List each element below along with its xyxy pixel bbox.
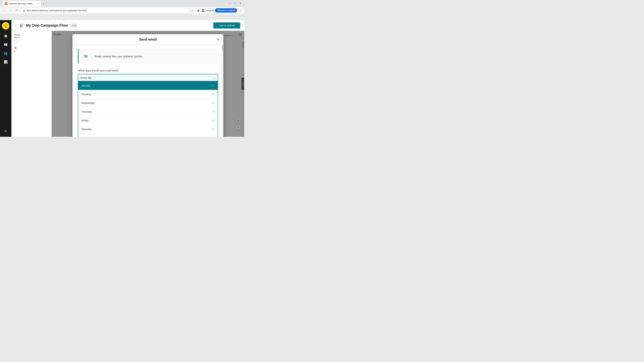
saturday-label: Saturday: [82, 128, 92, 131]
forward-button[interactable]: →: [8, 8, 13, 13]
url-text: us21.admin.mailchimp.com/customer-journe…: [26, 9, 187, 12]
modal-header: Send email ✕: [72, 34, 224, 45]
publish-button[interactable]: Turn on journey: [213, 22, 240, 28]
bookmark-button[interactable]: ☆: [190, 8, 195, 13]
monday-label: Monday: [82, 84, 90, 87]
main-content: ‹ 🐒 My Drip Campaign Flow Draft Turn on …: [12, 20, 244, 137]
tab-close-button[interactable]: ✕: [36, 2, 39, 5]
wednesday-check-icon: ✓: [212, 101, 214, 105]
sidebar-item-home[interactable]: 🏠: [2, 32, 10, 39]
tuesday-check-icon: ✓: [212, 93, 214, 96]
chevron-down-icon: ⌄: [213, 76, 215, 79]
dropdown-item-thursday[interactable]: Thursday ✓: [78, 107, 218, 116]
incognito-indicator: 🕵 Incognito: [202, 9, 214, 12]
modal-body: ✉ Email contacts from your customer jour…: [72, 45, 224, 137]
dropdown-item-saturday[interactable]: Saturday ✓: [78, 125, 218, 134]
new-tab-button[interactable]: +: [41, 2, 46, 6]
refresh-button[interactable]: ↻: [14, 8, 20, 13]
mailchimp-logo[interactable]: 🐒: [2, 22, 10, 29]
draft-badge: Draft: [70, 24, 78, 27]
top-bar: ‹ 🐒 My Drip Campaign Flow Draft Turn on …: [12, 20, 244, 31]
panel-gear-icon[interactable]: ⚙: [14, 46, 49, 50]
dropdown-item-tuesday[interactable]: Tuesday ✓: [78, 90, 218, 99]
dropdown-item-friday[interactable]: Friday ✓: [78, 116, 218, 125]
tab-favicon: M: [5, 2, 8, 5]
modal-title: Send email: [139, 37, 157, 41]
journey-canvas: ✕ Feedback + − contacts b... Custo...: [52, 31, 244, 137]
modal-overlay: Send email ✕ ✉ Email contacts from your …: [52, 31, 244, 137]
browser-menu-button[interactable]: ⋮: [238, 8, 243, 13]
email-icon: ✉: [84, 54, 88, 59]
minimize-button[interactable]: ─: [228, 1, 232, 6]
send-email-modal: Send email ✕ ✉ Email contacts from your …: [72, 34, 224, 137]
back-arrow[interactable]: ‹: [16, 24, 16, 27]
days-dropdown-trigger[interactable]: Every day ⌄: [78, 74, 218, 81]
left-panel: Guidepoints ⚙ E: [12, 31, 52, 137]
friday-check-icon: ✓: [212, 119, 214, 122]
email-banner: ✉ Email contacts from your customer jour…: [78, 49, 218, 64]
sidebar-item-reports[interactable]: 📊: [2, 58, 10, 66]
incognito-label: Incognito: [206, 9, 214, 11]
tab-title: Customer Journeys | Mailchimp: [8, 2, 35, 5]
days-label: Which days should your email send?: [78, 69, 218, 72]
address-bar[interactable]: 🔒 us21.admin.mailchimp.com/customer-jour…: [20, 8, 189, 13]
sunday-label: Sunday: [82, 137, 90, 137]
maximize-button[interactable]: □: [233, 1, 238, 6]
sidebar-item-campaigns[interactable]: 📧: [2, 41, 10, 48]
panel-guide-text: Guidepoints: [14, 33, 49, 38]
thursday-label: Thursday: [82, 110, 92, 113]
dropdown-selected-value: Every day: [80, 76, 92, 79]
dropdown-container: Every day ⌄ Monday ✓: [78, 74, 218, 137]
dropdown-item-sunday[interactable]: Sunday ✓: [78, 134, 218, 137]
dropdown-item-wednesday[interactable]: Wednesday ✓: [78, 99, 218, 107]
browser-tab-active[interactable]: M Customer Journeys | Mailchimp ✕: [3, 1, 41, 6]
tab-bar: M Customer Journeys | Mailchimp ✕ +: [1, 0, 47, 6]
campaign-title: My Drip Campaign Flow: [26, 23, 68, 28]
mailchimp-sidebar: 🐒 🏠 📧 👥 📊 ⚙: [0, 20, 12, 137]
page-background: 🐒 🏠 📧 👥 📊 ⚙ ‹ 🐒 My Drip Campaign Flow Dr…: [0, 20, 244, 137]
window-controls: ─ □ ✕: [228, 1, 243, 6]
form-section: Which days should your email send? Every…: [72, 68, 224, 137]
content-area: Guidepoints ⚙ E ✕ Feedback + −: [12, 31, 244, 137]
sunday-check-icon: ✓: [212, 136, 214, 137]
extensions-button[interactable]: 🧩: [196, 8, 201, 13]
close-button[interactable]: ✕: [238, 1, 243, 6]
sidebar-item-audience[interactable]: 👥: [2, 50, 10, 57]
panel-checkbox[interactable]: [14, 40, 18, 43]
saturday-check-icon: ✓: [212, 128, 214, 131]
modal-scrollbar-thumb: [222, 45, 223, 51]
browser-chrome: M Customer Journeys | Mailchimp ✕ + ─ □ …: [0, 0, 244, 14]
friday-label: Friday: [82, 119, 88, 122]
panel-label: E: [14, 50, 49, 53]
back-button[interactable]: ←: [1, 8, 7, 13]
modal-close-button[interactable]: ✕: [215, 37, 221, 42]
email-description: Email contacts from your customer journe…: [94, 55, 142, 58]
wednesday-label: Wednesday: [82, 102, 95, 104]
browser-titlebar: M Customer Journeys | Mailchimp ✕ + ─ □ …: [0, 0, 244, 7]
modal-scrollbar[interactable]: [222, 44, 224, 137]
days-dropdown-list: Monday ✓ Tuesday ✓ Wednesd: [78, 81, 218, 137]
tuesday-label: Tuesday: [82, 93, 91, 96]
browser-toolbar: ← → ↻ 🔒 us21.admin.mailchimp.com/custome…: [0, 7, 244, 14]
monday-check-icon: ✓: [212, 84, 214, 87]
sidebar-item-settings[interactable]: ⚙: [2, 127, 10, 135]
thursday-check-icon: ✓: [212, 110, 214, 113]
dropdown-item-monday[interactable]: Monday ✓: [78, 81, 218, 90]
relaunch-button[interactable]: Relaunch to update: [215, 8, 237, 12]
